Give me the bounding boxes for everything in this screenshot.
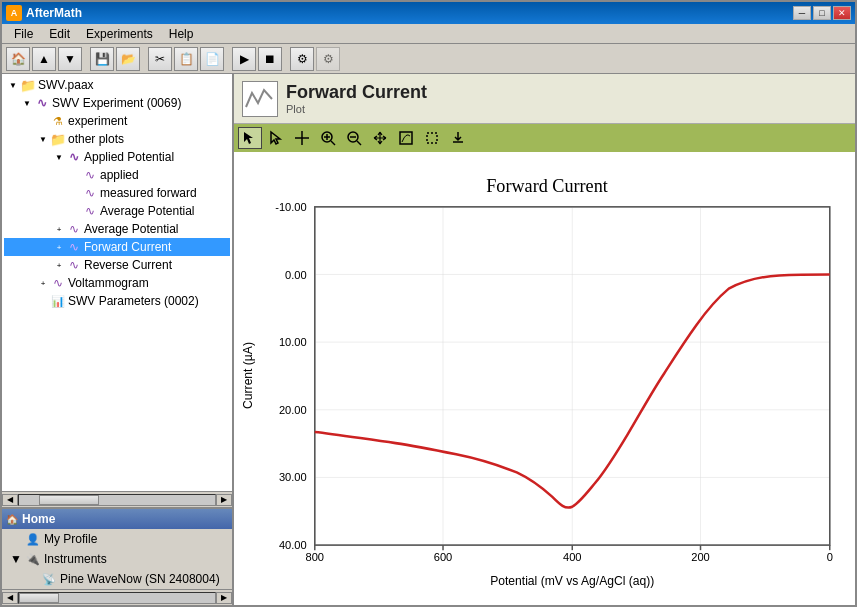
nav-scroll-left[interactable]: ◀ (2, 592, 18, 604)
device-icon: 📡 (42, 573, 56, 586)
nav-scroll-track[interactable] (18, 592, 216, 604)
tool-select-box[interactable] (420, 127, 444, 149)
main-toolbar: 🏠 ▲ ▼ 💾 📂 ✂ 📋 📄 ▶ ⏹ ⚙ ⚙ (2, 44, 855, 74)
expand-swv[interactable]: ▼ (20, 96, 34, 110)
tool-zoom-out[interactable] (342, 127, 366, 149)
menu-edit[interactable]: Edit (41, 25, 78, 43)
folder-icon: 📁 (20, 77, 36, 93)
other-plots-label: other plots (68, 132, 124, 146)
tree-other-plots[interactable]: ▼ 📁 other plots (4, 130, 230, 148)
expand-applied (68, 168, 82, 182)
params-icon: 📊 (50, 293, 66, 309)
toolbar-up[interactable]: ▲ (32, 47, 56, 71)
scroll-track[interactable] (18, 494, 216, 506)
tree-measured-forward[interactable]: ∿ measured forward (4, 184, 230, 202)
tool-pan[interactable] (368, 127, 392, 149)
close-button[interactable]: ✕ (833, 6, 851, 20)
expand-avgpot[interactable]: + (52, 222, 66, 236)
y-tick: 40.00 (279, 539, 307, 551)
toolbar-paste[interactable]: 📄 (200, 47, 224, 71)
svg-rect-9 (400, 132, 412, 144)
tree-voltammogram[interactable]: + ∿ Voltammogram (4, 274, 230, 292)
toolbar-settings[interactable]: ⚙ (290, 47, 314, 71)
minimize-button[interactable]: ─ (793, 6, 811, 20)
applied-label: applied (100, 168, 139, 182)
nav-title: Home (22, 512, 55, 526)
toolbar-cut[interactable]: ✂ (148, 47, 172, 71)
plot-header-text: Forward Current Plot (286, 82, 427, 115)
title-bar-left: A AfterMath (6, 5, 82, 21)
plot-header-subtitle: Plot (286, 103, 427, 115)
tree-applied[interactable]: ∿ applied (4, 166, 230, 184)
toolbar-down[interactable]: ▼ (58, 47, 82, 71)
tool-zoom-in[interactable] (316, 127, 340, 149)
expand-root[interactable]: ▼ (6, 78, 20, 92)
toolbar-open[interactable]: 📂 (116, 47, 140, 71)
expand-other-plots[interactable]: ▼ (36, 132, 50, 146)
expand-applied-potential[interactable]: ▼ (52, 150, 66, 164)
tool-fit[interactable] (394, 127, 418, 149)
plot-header-icon (242, 81, 278, 117)
tree-h-scroll[interactable]: ◀ ▶ (2, 491, 232, 507)
expand-params (36, 294, 50, 308)
wave-icon-revcur: ∿ (66, 257, 82, 273)
expand-instruments[interactable]: ▼ (10, 552, 22, 566)
fwdcur-label: Forward Current (84, 240, 171, 254)
toolbar-home[interactable]: 🏠 (6, 47, 30, 71)
y-axis-label: Current (µA) (241, 342, 255, 409)
tool-select[interactable] (238, 127, 262, 149)
nav-scroll-thumb[interactable] (19, 593, 59, 603)
expand-experiment (36, 114, 50, 128)
tool-pointer[interactable] (264, 127, 288, 149)
scroll-right-btn[interactable]: ▶ (216, 494, 232, 506)
toolbar-extra[interactable]: ⚙ (316, 47, 340, 71)
title-bar: A AfterMath ─ □ ✕ (2, 2, 855, 24)
menu-file[interactable]: File (6, 25, 41, 43)
toolbar-run[interactable]: ▶ (232, 47, 256, 71)
swv-label: SWV Experiment (0069) (52, 96, 181, 110)
voltammo-label: Voltammogram (68, 276, 149, 290)
wave-icon-ap: ∿ (66, 149, 82, 165)
scroll-thumb[interactable] (39, 495, 99, 505)
y-tick: 10.00 (279, 336, 307, 348)
svg-rect-10 (427, 133, 437, 143)
tool-crosshair[interactable] (290, 127, 314, 149)
toolbar-copy[interactable]: 📋 (174, 47, 198, 71)
wave-icon-voltammo: ∿ (50, 275, 66, 291)
plot-toolbar (234, 124, 855, 152)
left-panel: ▼ 📁 SWV.paax ▼ ∿ SWV Experiment (0069) ⚗… (2, 74, 234, 605)
tree-root[interactable]: ▼ 📁 SWV.paax (4, 76, 230, 94)
tree-applied-potential[interactable]: ▼ ∿ Applied Potential (4, 148, 230, 166)
tree-experiment[interactable]: ⚗ experiment (4, 112, 230, 130)
mreverse-label: Average Potential (100, 204, 195, 218)
expand-voltammo[interactable]: + (36, 276, 50, 290)
tree-swv-params[interactable]: 📊 SWV Parameters (0002) (4, 292, 230, 310)
expand-revcur[interactable]: + (52, 258, 66, 272)
tree-avg-potential[interactable]: + ∿ Average Potential (4, 220, 230, 238)
device-label: Pine WaveNow (SN 2408004) (60, 572, 220, 586)
toolbar-stop[interactable]: ⏹ (258, 47, 282, 71)
nav-instruments[interactable]: ▼ 🔌 Instruments (2, 549, 232, 569)
main-content: ▼ 📁 SWV.paax ▼ ∿ SWV Experiment (0069) ⚗… (2, 74, 855, 605)
tree-forward-current[interactable]: + ∿ Forward Current (4, 238, 230, 256)
experiment-icon: ⚗ (50, 113, 66, 129)
wave-icon-mforward: ∿ (82, 185, 98, 201)
expand-mreverse (68, 204, 82, 218)
y-tick: 20.00 (279, 404, 307, 416)
tree-reverse-current[interactable]: + ∿ Reverse Current (4, 256, 230, 274)
maximize-button[interactable]: □ (813, 6, 831, 20)
scroll-left-btn[interactable]: ◀ (2, 494, 18, 506)
tree-area: ▼ 📁 SWV.paax ▼ ∿ SWV Experiment (0069) ⚗… (2, 74, 232, 491)
menu-experiments[interactable]: Experiments (78, 25, 161, 43)
nav-device[interactable]: 📡 Pine WaveNow (SN 2408004) (2, 569, 232, 589)
tool-export[interactable] (446, 127, 470, 149)
tree-measured-reverse[interactable]: ∿ Average Potential (4, 202, 230, 220)
x-tick: 800 (306, 551, 325, 563)
nav-scroll-right[interactable]: ▶ (216, 592, 232, 604)
nav-myprofile[interactable]: 👤 My Profile (2, 529, 232, 549)
nav-h-scroll[interactable]: ◀ ▶ (2, 589, 232, 605)
expand-fwdcur[interactable]: + (52, 240, 66, 254)
menu-help[interactable]: Help (161, 25, 202, 43)
tree-swv[interactable]: ▼ ∿ SWV Experiment (0069) (4, 94, 230, 112)
toolbar-save[interactable]: 💾 (90, 47, 114, 71)
